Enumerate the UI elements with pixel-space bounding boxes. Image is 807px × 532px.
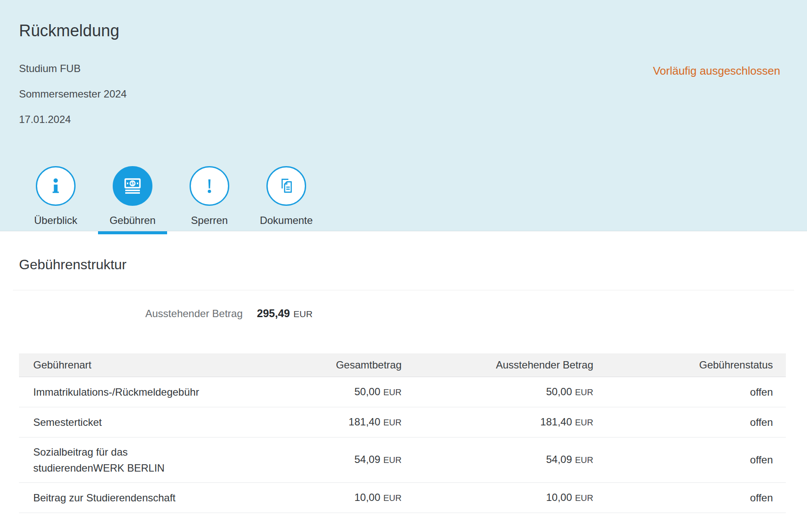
fee-status-cell: offen: [593, 377, 786, 407]
fee-outstanding-cell: 181,40EUR: [402, 407, 593, 437]
date-text: 17.01.2024: [19, 113, 807, 126]
icon-tab-bar: Überblick $: [17, 166, 325, 231]
fee-total-cell: 10,00EUR: [206, 482, 402, 513]
fee-status-cell: offen: [593, 437, 786, 482]
outstanding-total-label: Ausstehender Betrag: [0, 306, 243, 321]
tab-gebuehren-circle: $: [113, 166, 152, 206]
column-header-gesamtbetrag: Gesamtbetrag: [206, 353, 402, 377]
tab-gebuehren[interactable]: $ Gebühren: [94, 166, 171, 231]
tab-sperren-circle: [190, 166, 229, 206]
tab-sperren-label: Sperren: [191, 214, 228, 227]
tab-sperren[interactable]: Sperren: [171, 166, 248, 231]
fee-status-cell: offen: [593, 407, 786, 437]
status-badge: Vorläufig ausgeschlossen: [653, 64, 780, 78]
fee-status-cell: offen: [593, 482, 786, 513]
fee-total-cell: 50,00EUR: [206, 377, 402, 407]
money-bills-icon: $: [122, 176, 143, 196]
documents-icon: [276, 176, 296, 196]
table-row: Sozialbeitrag für das studierendenWERK B…: [19, 437, 786, 482]
column-header-ausstehender-betrag: Ausstehender Betrag: [402, 353, 593, 377]
column-header-gebuehrenart: Gebührenart: [19, 353, 206, 377]
tab-dokumente-circle: [266, 166, 306, 206]
fees-table-header-row: Gebührenart Gesamtbetrag Ausstehender Be…: [19, 353, 786, 377]
fee-outstanding-cell: 54,09EUR: [402, 437, 593, 482]
column-header-gebuehrenstatus: Gebührenstatus: [593, 353, 786, 377]
info-icon: [46, 176, 66, 196]
ruckmeldung-page: Rückmeldung Studium FUB Sommersemester 2…: [0, 0, 807, 532]
table-row: Beitrag zur Studierendenschaft 10,00EUR …: [19, 482, 786, 513]
fee-type-cell: Semesterticket: [19, 407, 206, 437]
table-row: Semesterticket 181,40EUR 181,40EUR offen: [19, 407, 786, 437]
outstanding-total-row: Ausstehender Betrag 295,49EUR: [0, 306, 807, 321]
tab-dokumente-label: Dokumente: [260, 214, 313, 227]
tab-gebuehren-label: Gebühren: [110, 214, 156, 227]
outstanding-amount: 295,49: [257, 307, 290, 319]
object-page-header: Rückmeldung Studium FUB Sommersemester 2…: [0, 0, 807, 231]
fee-outstanding-cell: 50,00EUR: [402, 377, 593, 407]
outstanding-currency: EUR: [293, 309, 312, 319]
fee-outstanding-cell: 10,00EUR: [402, 482, 593, 513]
fee-type-cell: Immatrikulations-/Rückmeldegebühr: [19, 377, 206, 407]
tab-ueberblick-label: Überblick: [34, 214, 77, 227]
semester-text: Sommersemester 2024: [19, 88, 807, 101]
alert-icon: [199, 176, 219, 196]
table-row: Immatrikulations-/Rückmeldegebühr 50,00E…: [19, 377, 786, 407]
tab-ueberblick-circle: [36, 166, 76, 206]
fee-total-cell: 181,40EUR: [206, 407, 402, 437]
outstanding-total-value: 295,49EUR: [257, 306, 313, 321]
fee-type-cell: Sozialbeitrag für das studierendenWERK B…: [19, 437, 206, 482]
svg-text:$: $: [131, 181, 134, 186]
fee-type-cell: Beitrag zur Studierendenschaft: [19, 482, 206, 513]
section-title: Gebührenstruktur: [0, 231, 807, 273]
tab-ueberblick[interactable]: Überblick: [17, 166, 94, 231]
tab-dokumente[interactable]: Dokumente: [248, 166, 325, 231]
fees-table: Gebührenart Gesamtbetrag Ausstehender Be…: [19, 353, 786, 513]
fee-total-cell: 54,09EUR: [206, 437, 402, 482]
page-title: Rückmeldung: [0, 0, 807, 41]
fees-content: Gebührenstruktur Ausstehender Betrag 295…: [0, 231, 807, 513]
section-divider: [13, 290, 794, 290]
